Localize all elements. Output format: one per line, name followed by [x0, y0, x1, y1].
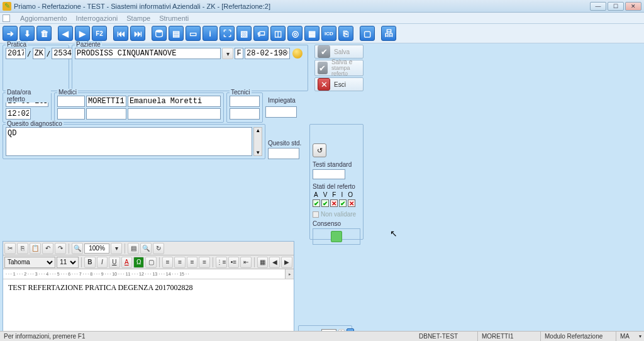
underline-icon[interactable]: U	[109, 257, 119, 268]
cursor-icon: ↖	[390, 228, 397, 238]
align-right-icon[interactable]: ≡	[187, 257, 197, 268]
medici-legend: Medici	[57, 89, 78, 96]
redo-icon[interactable]: ↷	[55, 243, 66, 254]
copy-icon[interactable]: ⎘	[17, 243, 28, 254]
medico2-empty1[interactable]	[57, 108, 85, 120]
grid-icon[interactable]: ▦	[304, 26, 319, 41]
impiegata-field[interactable]	[265, 106, 297, 118]
stati-icons: ✔ ✔ ✕ ✔ ✕	[313, 199, 360, 207]
menu-control-icon[interactable]	[3, 14, 10, 22]
paziente-dob[interactable]	[245, 48, 290, 59]
pratica-mid[interactable]	[33, 48, 45, 59]
referto-time[interactable]	[6, 108, 31, 120]
zoom-field[interactable]	[84, 243, 109, 254]
cd-icon[interactable]: ◎	[287, 26, 303, 41]
font-select[interactable]: Tahoma	[4, 257, 55, 268]
testi-standard-field[interactable]	[313, 169, 345, 179]
pdf-icon[interactable]: ▧	[236, 26, 252, 41]
image-icon[interactable]: ▢	[145, 257, 156, 268]
medico1-empty[interactable]	[57, 96, 85, 107]
status-scroll-icon[interactable]: ▾	[635, 332, 644, 341]
info-icon[interactable]: i	[203, 26, 218, 41]
medico2-empty2[interactable]	[86, 108, 126, 120]
menu-stampe[interactable]: Stampe	[126, 14, 150, 22]
book-icon[interactable]: ◫	[270, 26, 286, 41]
page-icon[interactable]: ▤	[128, 243, 139, 254]
stato-a-icon[interactable]: ✔	[313, 199, 320, 207]
cut-icon[interactable]: ✂	[4, 243, 16, 254]
salva-button[interactable]: ✔ Salva	[314, 45, 364, 59]
medico1-name[interactable]	[128, 96, 221, 107]
menu-interrogazioni[interactable]: Interrogazioni	[76, 14, 118, 22]
quesito-scrollbar[interactable]: ▲▼	[253, 127, 262, 156]
refresh-icon[interactable]: ↻	[153, 243, 164, 254]
find-icon[interactable]: 🔍	[72, 243, 83, 254]
menu-strumenti[interactable]: Strumenti	[159, 14, 189, 22]
forward-icon[interactable]: ➔	[3, 26, 18, 41]
bold-icon[interactable]: B	[84, 257, 95, 268]
tag-icon[interactable]: 🏷	[253, 26, 269, 41]
maximize-button[interactable]: ☐	[608, 2, 624, 11]
quesito-std-field[interactable]	[268, 148, 299, 159]
doc-icon[interactable]: ▤	[169, 26, 184, 41]
stato-v-icon[interactable]: ✔	[321, 199, 329, 207]
esci-button[interactable]: ✕ Esci	[314, 77, 364, 91]
paziente-name[interactable]	[75, 48, 221, 59]
list-num-icon[interactable]: ⋮≡	[216, 257, 227, 268]
last-icon[interactable]: ⏭	[130, 26, 145, 41]
indent-inc-icon[interactable]: ▶	[281, 257, 292, 268]
close-button[interactable]: ✕	[625, 2, 641, 11]
expand-icon[interactable]: ⛶	[219, 26, 235, 41]
tree-icon[interactable]: 品	[381, 26, 396, 41]
stato-f-icon[interactable]: ✕	[330, 199, 338, 207]
list-bul-icon[interactable]: •≡	[228, 257, 239, 268]
nav-prev-icon[interactable]: ◀	[58, 26, 73, 41]
db-icon[interactable]	[152, 26, 167, 41]
paziente-dropdown-icon[interactable]: ▾	[222, 48, 233, 59]
app-icon: ✎	[3, 2, 11, 11]
tecnico1[interactable]	[230, 96, 260, 107]
font-color-icon[interactable]: A	[121, 257, 132, 268]
italic-icon[interactable]: I	[97, 257, 108, 268]
quesito-textarea[interactable]: QD	[6, 127, 252, 156]
medico2-empty3[interactable]	[128, 108, 221, 120]
stato-i-icon[interactable]: ✔	[339, 199, 347, 207]
omega-icon[interactable]: Ω	[133, 257, 144, 268]
window-title: Priamo - Refertazione - TEST - Siastemi …	[14, 3, 590, 10]
align-center-icon[interactable]: ≡	[174, 257, 185, 268]
menu-aggiornamento[interactable]: Aggiornamento	[20, 14, 67, 22]
download-icon[interactable]: ⬇	[19, 26, 35, 41]
first-icon[interactable]: ⏮	[113, 26, 128, 41]
align-justify-icon[interactable]: ≡	[199, 257, 209, 268]
view-icon[interactable]: 🔍	[140, 243, 152, 254]
icd-icon[interactable]: ICD	[321, 26, 336, 41]
size-select[interactable]: 11	[57, 257, 79, 268]
salva-stampa-button[interactable]: ✔ Salva e stampa referto	[314, 60, 364, 76]
window-icon[interactable]: ▢	[360, 26, 375, 41]
bulb-icon[interactable]	[292, 48, 303, 59]
tecnici-legend: Tecnici	[230, 89, 252, 96]
zoom-dropdown-icon[interactable]: ▾	[111, 243, 122, 254]
table-icon[interactable]: ▦	[257, 257, 268, 268]
copy-icon[interactable]: ⎘	[338, 26, 353, 41]
consenso-icon[interactable]	[331, 231, 342, 242]
tecnico2[interactable]	[230, 108, 260, 120]
undo-icon[interactable]: ↶	[42, 243, 53, 254]
nav-next-icon[interactable]: ▶	[75, 26, 90, 41]
history-icon[interactable]: ↺	[313, 143, 326, 157]
ruler-scroll-right[interactable]: ▸	[285, 269, 294, 279]
minimize-button[interactable]: —	[590, 2, 606, 11]
folder-icon[interactable]: ▭	[186, 26, 201, 41]
medico1-code[interactable]	[86, 96, 126, 107]
indent-dec-icon[interactable]: ◀	[269, 257, 280, 268]
non-validare-row[interactable]: Non validare	[313, 211, 360, 218]
trash-icon[interactable]: 🗑	[36, 26, 52, 41]
non-validare-checkbox[interactable]	[313, 211, 319, 218]
stato-o-icon[interactable]: ✕	[348, 199, 355, 207]
align-left-icon[interactable]: ≡	[162, 257, 173, 268]
f2-button[interactable]: F2	[92, 26, 107, 41]
paziente-sex[interactable]	[235, 48, 243, 59]
pratica-year[interactable]	[6, 48, 26, 59]
paste-icon[interactable]: 📋	[30, 243, 41, 254]
outdent-icon[interactable]: ⇤	[240, 257, 251, 268]
